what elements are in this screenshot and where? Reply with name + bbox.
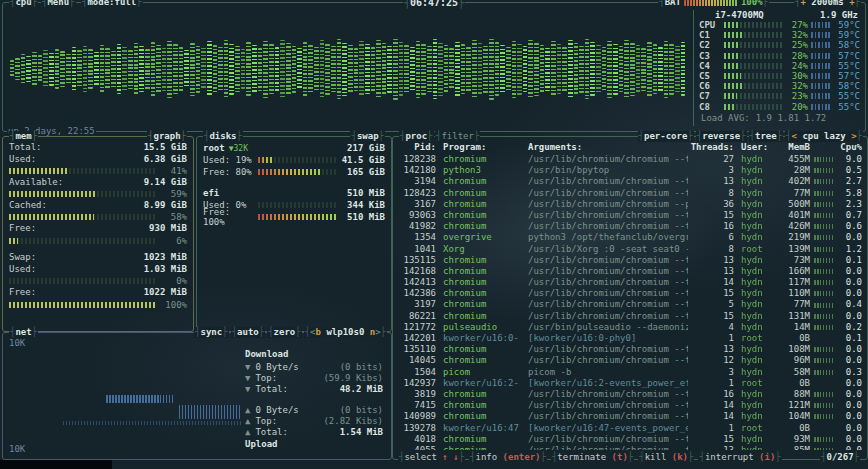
memory-graph-toggle[interactable]: ┤graph├ xyxy=(147,131,187,142)
process-row[interactable]: 121772 pulseaudio /usr/bin/pulseaudio --… xyxy=(398,322,862,333)
core-usage-meter xyxy=(724,104,782,110)
process-row[interactable]: 3194 chromium /usr/lib/chromium/chromium… xyxy=(398,176,862,187)
memory-total-label: Total: xyxy=(9,142,42,154)
process-row[interactable]: 4018 chromium /usr/lib/chromium/chromium… xyxy=(398,434,862,445)
network-device-selector: ┤<b wlp10s0 n>├ xyxy=(304,327,387,338)
mem-item-label: Free: xyxy=(9,223,36,235)
core-meter-fill xyxy=(724,104,736,110)
process-row[interactable]: 3167 chromium /usr/lib/chromium/chromium… xyxy=(398,199,862,210)
memory-total-value: 15.5 GiB xyxy=(144,142,187,154)
process-program: chromium xyxy=(436,311,523,322)
process-row[interactable]: 142386 chromium /usr/lib/chromium/chromi… xyxy=(398,288,862,299)
process-row[interactable]: 142937 kworker/u16:2- [kworker/u16:2-eve… xyxy=(398,378,862,389)
process-row[interactable]: 140989 chromium /usr/lib/chromium/chromi… xyxy=(398,411,862,422)
core-name: C5 xyxy=(699,71,721,81)
process-row[interactable]: 7415 chromium /usr/lib/chromium/chromium… xyxy=(398,400,862,411)
net-toggle-sync[interactable]: ┤sync├ xyxy=(194,327,229,338)
process-row[interactable]: 3819 chromium /usr/lib/chromium/chromium… xyxy=(398,389,862,400)
key-label: kill xyxy=(645,452,667,463)
menu-button[interactable]: ┤Menu├ xyxy=(41,0,76,8)
footer-key-button[interactable]: ┤terminate (t)├ xyxy=(551,452,634,463)
net-stat-row: ▼ Top: (59.9 Kibs) xyxy=(245,373,383,384)
process-row[interactable]: 128423 chromium /usr/lib/chromium/chromi… xyxy=(398,188,862,199)
process-arguments: /usr/lib/chromium/chromium --type=rende xyxy=(523,255,688,266)
process-threads: 15 xyxy=(688,210,734,221)
process-row[interactable]: 1041 Xorg /usr/lib/Xorg :0 -seat seat0 -… xyxy=(398,244,862,255)
process-arguments: /usr/lib/chromium/chromium --type=rende xyxy=(523,277,688,288)
process-row[interactable]: 135110 chromium /usr/lib/chromium/chromi… xyxy=(398,344,862,355)
process-row[interactable]: 93063 chromium /usr/lib/chromium/chromiu… xyxy=(398,210,862,221)
footer-key-button[interactable]: ┤kill (k)├ xyxy=(638,452,694,463)
footer-key-button[interactable]: ┤select ↑ ↓├ xyxy=(398,452,465,463)
process-user: hydn xyxy=(734,434,777,445)
header-program[interactable]: Program: xyxy=(436,142,523,153)
process-program: chromium xyxy=(436,344,523,355)
process-arguments: /usr/lib/chromium/chromium --type=rende xyxy=(523,400,688,411)
swap-items: Used: 1.03 MiB 0% Free: 1022 MiB 100% xyxy=(9,264,187,310)
process-cpu: 0.0 xyxy=(834,311,862,322)
footer-key-button[interactable]: ┤info (enter)├ xyxy=(469,452,547,463)
swap-label: Swap: xyxy=(9,252,36,264)
disk-entry: efi 510 MiB Used: 0% 344 KiB Free: 100% … xyxy=(203,188,385,233)
process-row[interactable]: 128238 chromium /usr/lib/chromium/chromi… xyxy=(398,154,862,165)
battery-meter xyxy=(684,0,738,6)
process-mem-graph xyxy=(814,403,834,408)
process-pid: 41982 xyxy=(398,221,436,232)
network-stats-panel: Download ▼ 0 Byte/s (0 bits) ▼ Top: (59.… xyxy=(245,349,383,450)
header-arguments[interactable]: Arguments: xyxy=(523,142,688,153)
download-rows: ▼ 0 Byte/s (0 bits) ▼ Top: (59.9 Kibs) ▼… xyxy=(245,362,383,395)
process-row[interactable]: 14045 chromium /usr/lib/chromium/chromiu… xyxy=(398,355,862,366)
mem-item-value: 6.38 GiB xyxy=(144,154,187,166)
proc-toggle-per-core[interactable]: ┤per-core├ xyxy=(638,131,694,142)
disk-free-label: Free: 80% xyxy=(203,167,255,177)
mem-item-percent: 59% xyxy=(159,189,187,199)
mode-toggle[interactable]: ┤mode:full├ xyxy=(81,0,143,8)
mem-item-percent: 6% xyxy=(159,236,187,246)
net-row-label: Total: xyxy=(255,427,288,438)
mem-item-label: Free: xyxy=(9,287,36,299)
process-arguments: /usr/lib/chromium/chromium --type=rende xyxy=(523,434,688,445)
header-user[interactable]: User: xyxy=(734,142,777,153)
proc-toggle-tree[interactable]: ┤tree├ xyxy=(749,131,784,142)
process-row[interactable]: 135115 chromium /usr/lib/chromium/chromi… xyxy=(398,255,862,266)
disks-swap-toggle[interactable]: ┤swap├ xyxy=(350,131,385,142)
disk-free-value: 165 GiB xyxy=(339,167,385,177)
process-row[interactable]: 4055 chromium /usr/lib/chromium/chromium… xyxy=(398,445,862,450)
header-pid[interactable]: Pid: xyxy=(398,142,436,153)
net-toggle-auto[interactable]: ┤auto├ xyxy=(231,327,266,338)
process-threads: 13 xyxy=(688,266,734,277)
header-threads[interactable]: Threads: xyxy=(688,142,734,153)
footer-key-button[interactable]: ┤interrupt (i)├ xyxy=(698,452,781,463)
sort-prev-button[interactable]: < xyxy=(792,131,797,142)
key-label: select xyxy=(404,452,437,463)
process-row[interactable]: 142413 chromium /usr/lib/chromium/chromi… xyxy=(398,277,862,288)
proc-toggle-reverse[interactable]: ┤reverse├ xyxy=(696,131,747,142)
process-row[interactable]: 142180 python3 /usr/bin/bpytop 3 hydn 28… xyxy=(398,165,862,176)
process-pid: 142168 xyxy=(398,266,436,277)
process-row[interactable]: 139278 kworker/u16:47 [kworker/u16:47-ev… xyxy=(398,423,862,434)
header-memory[interactable]: MemB xyxy=(777,142,810,153)
core-percent: 32% xyxy=(785,30,808,40)
net-toggle-zero[interactable]: ┤zero├ xyxy=(267,327,302,338)
process-row[interactable]: 1504 picom picom -b 3 hydn 58M 0.3 xyxy=(398,367,862,378)
process-threads: 15 xyxy=(688,288,734,299)
process-threads: 5 xyxy=(688,299,734,310)
cpu-box: ┤cpu├ ┤Menu├ ┤mode:full├ ┤06:47:25├ ┤BAT… xyxy=(2,2,866,132)
process-row[interactable]: 3197 chromium /usr/lib/chromium/chromium… xyxy=(398,299,862,310)
process-row[interactable]: 142201 kworker/u16:0- [kworker/u16:0-phy… xyxy=(398,333,862,344)
mem-item-meter xyxy=(9,214,155,220)
memory-box-title: ┤mem├ xyxy=(9,131,38,142)
process-filter-button[interactable]: ┤filter├ xyxy=(435,131,480,142)
process-row[interactable]: 86221 chromium /usr/lib/chromium/chromiu… xyxy=(398,311,862,322)
interval-decrease-button[interactable]: + xyxy=(800,0,805,8)
process-program: chromium xyxy=(436,199,523,210)
header-cpu[interactable]: Cpu% xyxy=(834,142,862,153)
process-row[interactable]: 142168 chromium /usr/lib/chromium/chromi… xyxy=(398,266,862,277)
device-prev-button[interactable]: b xyxy=(316,327,321,338)
process-mem-graph xyxy=(814,358,834,363)
process-cpu: 0.1 xyxy=(834,255,862,266)
memory-box-title-label: mem xyxy=(15,131,31,142)
core-row: C8 20% 55°C xyxy=(699,102,860,112)
process-row[interactable]: 41982 chromium /usr/lib/chromium/chromiu… xyxy=(398,221,862,232)
process-row[interactable]: 1354 overgrive python3 /opt/thefanclub/o… xyxy=(398,232,862,243)
